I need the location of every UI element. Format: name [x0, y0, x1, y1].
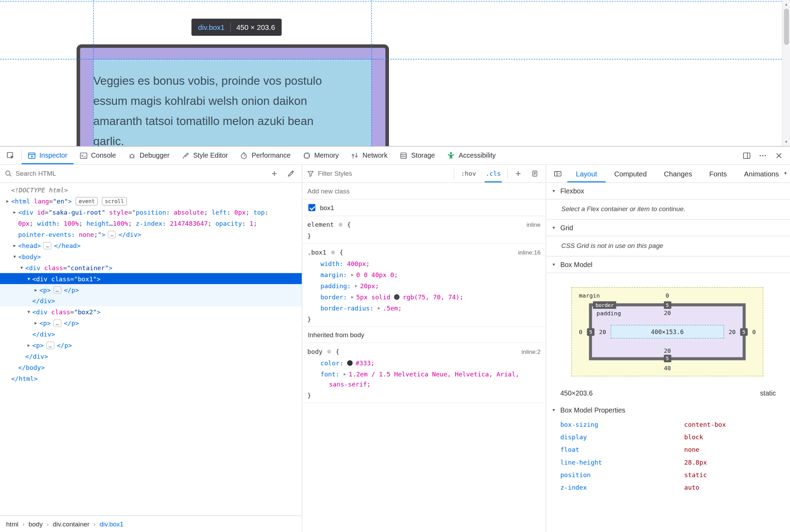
rule-source-link[interactable]: inline	[526, 220, 541, 230]
css-declaration[interactable]: margin: ▶0 0 40px 0;	[302, 269, 546, 281]
twisty-icon[interactable]: ▼	[551, 262, 556, 267]
tab-debugger[interactable]: Debugger	[122, 147, 175, 164]
expand-arrow-icon[interactable]: ▶	[378, 303, 380, 313]
page-scrollbar[interactable]: ▲ ▼	[782, 0, 790, 146]
border-left-value[interactable]: 5	[587, 328, 594, 336]
breadcrumb-item-div.container[interactable]: div.container	[53, 520, 90, 528]
print-media-toggle-button[interactable]	[528, 167, 541, 180]
property-name[interactable]: position	[560, 471, 684, 479]
twisty-icon[interactable]: ▶	[25, 343, 32, 347]
tab-memory[interactable]: Memory	[297, 147, 345, 164]
rule-source-link[interactable]: inline:16	[518, 247, 541, 257]
css-declaration[interactable]: border-radius: ▶.5em;	[302, 303, 546, 314]
scrollbar-thumb[interactable]	[784, 9, 789, 45]
breadcrumb-item-html[interactable]: html	[6, 520, 18, 528]
pick-element-button[interactable]	[0, 147, 21, 164]
pseudo-class-button[interactable]: :hov	[458, 165, 479, 182]
markup-row[interactable]: pointer-events: none;">…</div>	[0, 229, 302, 240]
badge-scroll[interactable]: scroll	[102, 197, 127, 206]
tab-performance[interactable]: Performance	[234, 147, 297, 164]
close-devtools-button[interactable]	[772, 148, 786, 163]
twisty-icon[interactable]: ▶	[11, 210, 18, 214]
margin-top-value[interactable]: 0	[666, 292, 669, 299]
expand-arrow-icon[interactable]: ▶	[351, 270, 354, 280]
expand-arrow-icon[interactable]: ▶	[351, 292, 354, 302]
eyedropper-button[interactable]	[284, 167, 297, 180]
scroll-up-icon[interactable]: ▲	[782, 0, 790, 8]
property-name[interactable]: box-sizing	[560, 421, 684, 428]
css-declaration[interactable]: padding: ▶20px;	[302, 281, 546, 292]
markup-row[interactable]: 0px; width: 100%; height…100%; z-index: …	[0, 218, 302, 229]
markup-row[interactable]: </div>	[0, 295, 302, 306]
border-bottom-value[interactable]: 5	[664, 355, 671, 362]
twisty-icon[interactable]: ▶	[32, 288, 39, 292]
css-declaration[interactable]: color: #333;	[302, 358, 546, 369]
responsive-design-mode-button[interactable]	[740, 148, 754, 163]
rule-selector[interactable]: element	[307, 220, 334, 230]
markup-row[interactable]: </div>	[0, 329, 302, 340]
tab-accessibility[interactable]: Accessibility	[441, 147, 502, 164]
twisty-icon[interactable]: ▼	[551, 408, 556, 412]
selector-highlighter-icon[interactable]	[338, 222, 343, 227]
tab-storage[interactable]: Storage	[393, 147, 441, 164]
twisty-icon[interactable]: ▼	[551, 189, 556, 193]
search-html-input[interactable]	[16, 170, 264, 177]
css-declaration[interactable]: border: ▶5px solid rgb(75, 70, 74);	[302, 292, 546, 303]
sidebar-toggle-button[interactable]	[550, 167, 565, 181]
padding-left-value[interactable]: 20	[599, 328, 606, 335]
margin-right-value[interactable]: 0	[752, 328, 756, 335]
markup-row[interactable]: </html>	[0, 373, 302, 384]
twisty-icon[interactable]: ▶	[4, 199, 11, 203]
meatball-menu-button[interactable]	[756, 148, 770, 163]
tab-inspector[interactable]: Inspector	[22, 147, 73, 164]
boxmodel-section-header[interactable]: ▼ Box Model	[546, 257, 790, 273]
padding-bottom-value[interactable]: 20	[664, 347, 671, 354]
markup-row[interactable]: </div>	[0, 351, 302, 362]
sidebar-tab-fonts[interactable]: Fonts	[701, 165, 735, 182]
sidebar-tab-changes[interactable]: Changes	[655, 165, 701, 182]
scroll-down-icon[interactable]: ▼	[782, 138, 790, 146]
twisty-icon[interactable]: ▼	[551, 225, 556, 230]
tab-console[interactable]: Console	[73, 147, 122, 164]
markup-row[interactable]: ▼<div class="box2">	[0, 306, 302, 317]
markup-row[interactable]: <!DOCTYPE html>	[0, 184, 302, 196]
twisty-icon[interactable]: ▶	[32, 321, 39, 325]
tab-style-editor[interactable]: Style Editor	[175, 147, 234, 164]
markup-row[interactable]: ▼<div class="container">	[0, 262, 302, 273]
grid-section-header[interactable]: ▼ Grid	[546, 220, 790, 236]
selector-highlighter-icon[interactable]	[326, 349, 332, 355]
markup-row[interactable]: ▶<p>…</p>	[0, 340, 302, 351]
tab-network[interactable]: Network	[345, 147, 393, 164]
markup-row[interactable]: ▶<head>…</head>	[0, 240, 302, 251]
property-name[interactable]: display	[560, 433, 684, 441]
badge-event[interactable]: event	[76, 197, 98, 206]
border-top-value[interactable]: 5	[664, 301, 671, 309]
class-panel-button[interactable]: .cls	[483, 165, 504, 182]
add-rule-button[interactable]	[512, 167, 525, 180]
twisty-icon[interactable]: ▼	[25, 276, 32, 281]
css-declaration[interactable]: font: ▶1.2em / 1.5 Helvetica Neue, Helve…	[302, 369, 546, 390]
markup-row[interactable]: ▶<p>…</p>	[0, 317, 302, 329]
markup-row[interactable]: ▶<p>…</p>	[0, 284, 302, 295]
padding-top-value[interactable]: 20	[664, 309, 671, 316]
content-box[interactable]: 400×153.6	[610, 325, 724, 339]
sidebar-tab-layout[interactable]: Layout	[567, 165, 606, 182]
margin-bottom-value[interactable]: 40	[664, 365, 671, 372]
add-class-input[interactable]	[307, 187, 541, 195]
markup-row[interactable]: ▶<div id="saka-gui-root" style="position…	[0, 207, 302, 218]
color-swatch[interactable]	[347, 360, 352, 366]
css-declaration[interactable]: width: 400px;	[302, 258, 546, 269]
property-name[interactable]: float	[560, 446, 684, 454]
markup-row[interactable]: </body>	[0, 362, 302, 373]
twisty-icon[interactable]: ▶	[11, 243, 18, 248]
markup-row[interactable]: ▼<body>	[0, 251, 302, 262]
class-checkbox[interactable]	[308, 204, 315, 211]
selector-highlighter-icon[interactable]	[330, 249, 336, 255]
tab-overflow-chevron[interactable]: ▼	[781, 165, 790, 182]
boxmodel-properties-header[interactable]: ▼ Box Model Properties	[546, 402, 790, 418]
sidebar-tab-animations[interactable]: Animations	[735, 165, 788, 182]
markup-row[interactable]: ▶<html lang="en">eventscroll	[0, 196, 302, 207]
markup-row-selected[interactable]: ▼<div class="box1">	[0, 273, 302, 284]
twisty-icon[interactable]: ▼	[18, 265, 25, 270]
rule-source-link[interactable]: inline:2	[522, 347, 541, 357]
